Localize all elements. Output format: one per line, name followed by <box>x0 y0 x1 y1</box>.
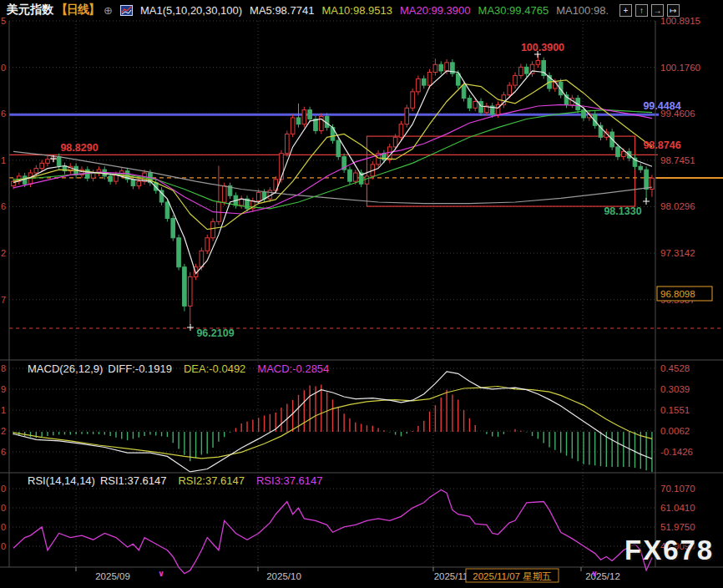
axis-left-digit: 9 <box>1 384 6 394</box>
axis-left-digit: 0 <box>1 541 6 551</box>
axis-price-label: 100.8915 <box>660 16 700 26</box>
axis-price-label: -0.1426 <box>660 447 693 457</box>
axis-left-digit: 0 <box>1 484 6 494</box>
axis-price-label: 0.4528 <box>660 363 690 373</box>
axis-left-digit: 6 <box>1 201 6 211</box>
axis-left-digit: 6 <box>1 109 6 119</box>
chart-plot-area[interactable] <box>9 21 655 567</box>
axis-left-digit: 0 <box>1 522 6 532</box>
event-chevron: ∨ <box>158 569 164 578</box>
axis-price-label: 100.1760 <box>660 63 700 73</box>
axis-price-label: 0.1551 <box>660 405 690 415</box>
axis-price-label: 98.0296 <box>660 201 695 211</box>
axis-price-label: 51.9750 <box>660 522 695 532</box>
chart-application-window: 美元指数 【日线】 ⊕ MA1(5,10,20,30,100) MA5:98.7… <box>0 0 723 588</box>
axis-left-digit: 0 <box>1 503 6 513</box>
event-chevron: ∨ <box>591 569 598 578</box>
axis-price-label: 0.0062 <box>660 426 690 436</box>
axis-left-digit: 5 <box>1 16 6 26</box>
axis-price-label: 97.3142 <box>660 248 695 258</box>
axis-left-digit: 2 <box>1 426 6 436</box>
axis-left-digit: 1 <box>1 405 6 415</box>
axis-price-label: 61.0410 <box>660 503 695 513</box>
axis-left-digit: 7 <box>1 295 6 305</box>
axis-price-label: 70.1070 <box>660 484 695 494</box>
axis-left-digit: 8 <box>1 363 6 373</box>
axis-price-box-value: 96.8098 <box>660 289 695 299</box>
axis-price-label: 0.3039 <box>660 384 690 394</box>
crosshair-date-value: 2025/11/07 星期五 <box>473 571 551 581</box>
time-label: 2025/11 <box>434 571 468 581</box>
axis-left-digit: 0 <box>1 63 6 73</box>
time-label: 2025/10 <box>266 571 301 581</box>
price-chart-svg: 100.89155100.1760099.4606698.7451198.029… <box>0 0 723 588</box>
axis-left-digit: 6 <box>1 447 6 457</box>
time-label: 2025/09 <box>95 571 130 581</box>
axis-left-digit: 1 <box>1 155 6 165</box>
axis-left-digit: 2 <box>1 248 6 258</box>
watermark: FX678 <box>624 535 714 566</box>
axis-price-label: 98.7451 <box>660 155 695 165</box>
